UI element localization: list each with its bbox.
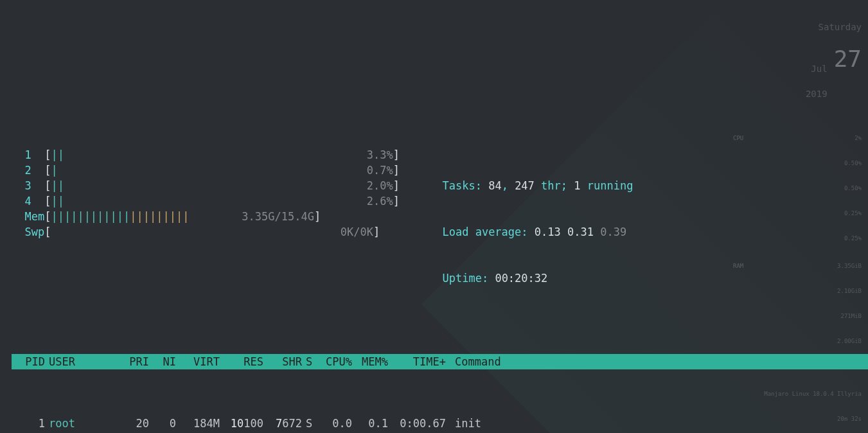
widget-dayname: Saturday	[733, 23, 862, 31]
col-cpu[interactable]: CPU%	[316, 354, 352, 369]
cpu3-label: 3	[24, 179, 31, 192]
cpu4-pct: 2.6%	[367, 195, 393, 208]
mem-label: Mem	[24, 210, 44, 223]
load-v1: 0.13	[535, 225, 561, 238]
uptime-label: Uptime:	[442, 272, 488, 285]
tasks-thr: 247	[515, 179, 535, 192]
swp-value: 0K/0K	[341, 225, 373, 238]
tasks-label: Tasks:	[442, 179, 481, 192]
cpu4-bar: ||	[51, 195, 64, 208]
cpu2-bar: |	[51, 164, 57, 177]
cell-res: 10100	[220, 416, 263, 431]
cell-virt: 184M	[176, 416, 220, 431]
col-time[interactable]: TIME+	[388, 354, 452, 369]
load-v3: 0.39	[600, 225, 626, 238]
uptime-value: 00:20:32	[495, 272, 547, 285]
meters-right: Tasks: 84, 247 thr; 1 running Load avera…	[416, 147, 633, 317]
col-s[interactable]: S	[302, 354, 316, 369]
widget-year: 2019	[799, 90, 827, 98]
cpu2-pct: 0.7%	[367, 164, 393, 177]
cpu1-label: 1	[24, 148, 31, 161]
cpu1-pct: 3.3%	[367, 148, 393, 161]
cell-time: 0:00.67	[388, 416, 452, 431]
col-virt[interactable]: VIRT	[176, 354, 220, 369]
cpu1-bar: ||	[51, 148, 64, 161]
cell-cmd: init	[452, 416, 868, 431]
col-res[interactable]: RES	[220, 354, 263, 369]
col-cmd[interactable]: Command	[452, 354, 868, 369]
htop-panel[interactable]: 1 [|| 3.3%]2 [| 0.7%]3 [|| 2.0%]4 [||	[0, 123, 868, 433]
process-table[interactable]: 1root200184M101007672S0.00.10:00.67init2…	[12, 416, 868, 433]
col-user[interactable]: USER	[49, 354, 120, 369]
col-ni[interactable]: NI	[149, 354, 176, 369]
widget-month: Jul	[799, 65, 827, 73]
cell-mem: 0.1	[352, 416, 388, 431]
col-pri[interactable]: PRI	[120, 354, 149, 369]
cell-shr: 7672	[263, 416, 302, 431]
col-pid[interactable]: PID	[12, 354, 49, 369]
tasks-running-label: running	[587, 179, 633, 192]
cell-pid: 1	[12, 416, 49, 431]
tasks-thr-label: thr;	[541, 179, 567, 192]
widget-day: 27	[834, 48, 862, 70]
meters-left: 1 [|| 3.3%]2 [| 0.7%]3 [|| 2.0%]4 [||	[24, 147, 416, 240]
col-shr[interactable]: SHR	[263, 354, 302, 369]
cell-pri: 20	[120, 416, 149, 431]
table-header[interactable]: PID USER PRI NI VIRT RES SHR S CPU% MEM%…	[12, 354, 868, 369]
swp-label: Swp	[24, 225, 44, 238]
tasks-running: 1	[574, 179, 580, 192]
cpu2-label: 2	[24, 164, 31, 177]
mem-value: 3.35G/15.4G	[242, 210, 314, 223]
process-row[interactable]: 1root200184M101007672S0.00.10:00.67init	[12, 416, 868, 431]
cpu4-label: 4	[24, 195, 31, 208]
cell-cpu: 0.0	[316, 416, 352, 431]
load-label: Load average:	[442, 225, 527, 238]
cpu3-bar: ||	[51, 179, 64, 192]
tasks-total: 84	[488, 179, 501, 192]
cpu3-pct: 2.0%	[367, 179, 393, 192]
cell-s: S	[302, 416, 316, 431]
cell-ni: 0	[149, 416, 176, 431]
col-mem[interactable]: MEM%	[352, 354, 388, 369]
cell-user: root	[49, 416, 120, 431]
load-v2: 0.31	[567, 225, 594, 238]
